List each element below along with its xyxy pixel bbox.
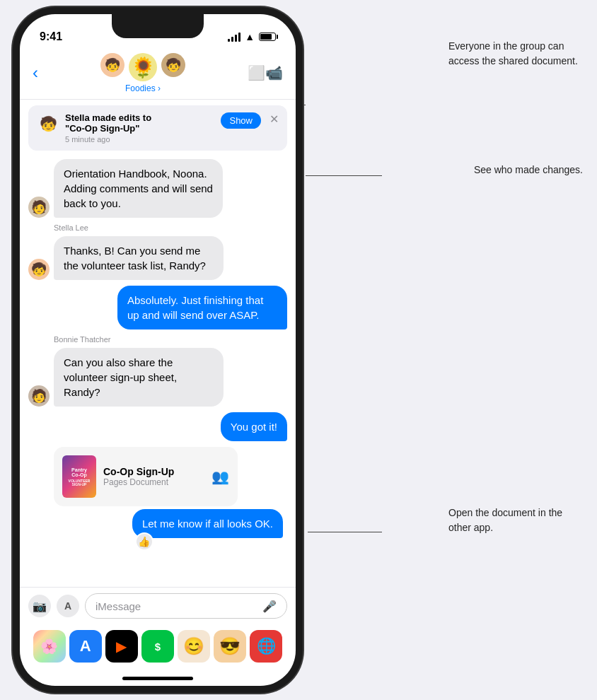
video-call-button[interactable]: ⬜📹 [248, 64, 283, 81]
avatar-sunflower: 🌻 [128, 52, 158, 82]
msg-avatar-1: 🧑 [28, 197, 50, 218]
appstore-app-icon[interactable]: A [69, 630, 102, 663]
message-row-3: Absolutely. Just finishing that up and w… [28, 286, 287, 329]
back-button[interactable]: ‹ [33, 63, 38, 83]
doc-info: Co-Op Sign-Up Pages Document [103, 466, 204, 487]
annotation-1: Everyone in the group can access the sha… [448, 39, 583, 69]
close-banner-button[interactable]: ✕ [269, 112, 279, 126]
apps-button[interactable]: A [57, 595, 79, 617]
message-row-5: You got it! [28, 412, 287, 441]
message-row-2: 🧒 Thanks, B! Can you send me the volunte… [28, 236, 287, 280]
input-placeholder: iMessage [95, 600, 141, 612]
thumbs-up-reaction: 👍 [135, 532, 153, 551]
signal-bars-icon [228, 33, 240, 42]
bubble-incoming-3: Can you also share the volunteer sign-up… [54, 348, 224, 407]
cashapp-app-icon[interactable]: $ [141, 630, 174, 663]
msg-avatar-bonnie: 🧑 [28, 385, 50, 407]
banner-content: Stella made edits to "Co-Op Sign-Up" 5 m… [65, 112, 215, 144]
banner-avatar: 🧒 [37, 112, 59, 135]
banner-time: 5 minute ago [65, 135, 215, 144]
photos-app-icon[interactable]: 🌸 [33, 630, 66, 663]
camera-button[interactable]: 📷 [28, 595, 51, 617]
home-indicator [122, 677, 193, 680]
nav-avatars: 🧒 🌻 🧒 [100, 52, 186, 82]
annotation-2: See who made changes. [474, 163, 583, 177]
message-row: 🧑 Orientation Handbook, Noona.Adding com… [28, 159, 287, 218]
message-input[interactable]: iMessage 🎤 [85, 593, 287, 619]
status-time: 9:41 [40, 30, 62, 43]
msg-avatar-stella: 🧒 [28, 259, 50, 280]
messages-area: 🧑 Orientation Handbook, Noona.Adding com… [20, 156, 296, 587]
banner-title: Stella made edits to "Co-Op Sign-Up" [65, 112, 215, 134]
sender-name-bonnie: Bonnie Thatcher [54, 335, 287, 344]
bubble-outgoing-3: Let me know if all looks OK. [132, 509, 283, 538]
reaction-outgoing-group: 👍 Let me know if all looks OK. [28, 509, 283, 544]
bubble-outgoing-1: Absolutely. Just finishing that up and w… [117, 286, 287, 329]
mic-icon: 🎤 [262, 600, 277, 613]
bubble-outgoing-2: You got it! [221, 412, 287, 441]
nav-center: 🧒 🌻 🧒 Foodies › [100, 52, 186, 93]
doc-share-icon[interactable]: 👥 [211, 468, 229, 485]
bubble-incoming-1: Orientation Handbook, Noona.Adding comme… [54, 159, 223, 218]
message-row-4: 🧑 Can you also share the volunteer sign-… [28, 348, 287, 407]
edit-banner: 🧒 Stella made edits to "Co-Op Sign-Up" 5… [28, 105, 287, 151]
annotation-3: Open the document in the other app. [448, 506, 583, 535]
memoji1-app-icon[interactable]: 😊 [178, 630, 210, 663]
phone-wrapper: Everyone in the group can access the sha… [0, 0, 597, 700]
notch [112, 14, 204, 38]
status-icons: ▲ [228, 31, 276, 42]
doc-attachment[interactable]: Pantry Co-Op VOLUNTEER SIGN-UP Co-Op Sig… [54, 447, 238, 506]
app-bar: 🌸 A ▶ $ 😊 😎 🌐 [20, 624, 296, 674]
annotation-line-3 [308, 532, 382, 532]
avatar-1: 🧒 [100, 52, 125, 78]
input-bar: 📷 A iMessage 🎤 [20, 587, 296, 624]
nav-bar: ‹ 🧒 🌻 🧒 Foodies › ⬜📹 [20, 49, 296, 100]
group-name[interactable]: Foodies › [125, 83, 161, 93]
sender-name-stella: Stella Lee [54, 223, 287, 232]
annotation-line-2 [306, 175, 382, 176]
bubble-incoming-2: Thanks, B! Can you send me the volunteer… [54, 236, 224, 280]
memoji2-app-icon[interactable]: 😎 [214, 630, 246, 663]
show-button[interactable]: Show [221, 112, 261, 129]
doc-icon: Pantry Co-Op VOLUNTEER SIGN-UP [62, 455, 96, 498]
wifi-icon: ▲ [245, 31, 255, 42]
soundcloud-app-icon[interactable]: ▶ [105, 630, 138, 663]
avatar-3: 🧒 [161, 52, 186, 78]
doc-title: Co-Op Sign-Up [103, 466, 204, 477]
doc-type: Pages Document [103, 477, 204, 487]
phone-frame: 9:41 ▲ ‹ 🧒 [20, 14, 296, 686]
battery-icon [259, 33, 276, 41]
globe-app-icon[interactable]: 🌐 [250, 630, 282, 663]
